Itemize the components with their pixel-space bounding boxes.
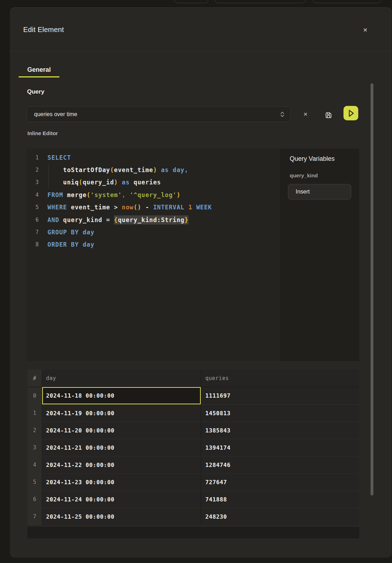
page-background: Edit Element ✕ General Query queries ove… [0,0,392,563]
scrollbar-thumb[interactable] [371,83,373,495]
play-icon [344,106,358,120]
header-divider [10,51,392,51]
tab-general[interactable]: General [19,63,59,77]
modal-title: Edit Element [23,26,64,34]
save-query-button[interactable] [323,110,334,120]
line-number: 7 [27,229,39,235]
cell-queries[interactable]: 1284746 [201,456,359,473]
code-text: uniq(query_id) as queries [47,179,161,186]
code-text: GROUP BY day [47,229,95,236]
cell-day[interactable]: 2024-11-21 00:00:00 [42,439,201,456]
table-body: 02024-11-18 00:00:00111169712024-11-19 0… [27,387,359,525]
code-text: WHERE event_time > now() - INTERVAL 1 WE… [47,204,212,211]
run-query-button[interactable] [343,106,358,120]
table-row: 22024-11-20 00:00:001385843 [27,422,359,439]
cell-day[interactable]: 2024-11-22 00:00:00 [42,456,201,473]
code-text: SELECT [47,154,71,161]
cell-queries[interactable]: 248230 [201,508,359,525]
table-row: 12024-11-19 00:00:001450813 [27,404,359,422]
cell-day[interactable]: 2024-11-24 00:00:00 [42,491,201,508]
table-row: 32024-11-21 00:00:001394174 [27,439,359,456]
code-text: ORDER BY day [47,241,95,248]
row-index: 1 [27,405,42,422]
row-index: 6 [27,491,42,508]
cell-day[interactable]: 2024-11-25 00:00:00 [42,508,201,525]
close-button[interactable]: ✕ [361,26,370,35]
code-line: 3 uniq(query_id) as queries [27,176,280,189]
chevron-updown-icon [280,111,285,118]
row-index: 0 [27,387,42,404]
insert-variable-button[interactable]: Insert [288,184,351,200]
table-footer [27,527,359,538]
column-header-queries: queries [201,369,359,387]
query-variables-title: Query Variables [290,155,335,163]
cell-queries[interactable]: 1111697 [201,387,359,404]
line-number: 3 [27,179,39,185]
variable-name-label: query_kind [290,172,318,178]
sql-editor[interactable]: 1SELECT2 toStartOfDay(event_time) as day… [27,148,359,361]
query-section-heading: Query [27,88,44,95]
query-select-value: queries over time [34,111,77,118]
row-index: 5 [27,474,42,491]
cell-day[interactable]: 2024-11-20 00:00:00 [42,422,201,439]
table-header-row: # day queries [27,369,359,387]
line-number: 1 [27,154,39,161]
query-select[interactable]: queries over time [27,106,291,122]
clear-query-button[interactable]: ✕ [300,109,311,120]
row-index: 7 [27,508,42,525]
code-line: 8ORDER BY day [27,239,280,251]
code-line: 5WHERE event_time > now() - INTERVAL 1 W… [27,201,280,214]
code-text: FROM merge('system', '^query_log') [47,191,181,198]
line-number: 4 [27,192,39,198]
code-line: 2 toStartOfDay(event_time) as day, [27,164,280,176]
cell-queries[interactable]: 727647 [201,474,359,491]
code-line: 1SELECT [27,151,280,164]
code-line: 7GROUP BY day [27,226,280,238]
line-number: 5 [27,204,39,210]
code-text: AND query_kind = {query_kind:String} [47,216,188,223]
row-index: 4 [27,456,42,473]
background-button [313,0,381,3]
edit-element-modal: Edit Element ✕ General Query queries ove… [10,7,392,558]
cell-queries[interactable]: 1450813 [201,405,359,422]
inline-editor-label: Inline Editor [27,130,58,136]
line-number: 6 [27,217,39,223]
table-row: 42024-11-22 00:00:001284746 [27,456,359,473]
cell-day[interactable]: 2024-11-18 00:00:00 [42,387,201,404]
background-toolbar [0,0,392,6]
cell-day[interactable]: 2024-11-23 00:00:00 [42,474,201,491]
column-header-day: day [42,369,201,387]
clear-icon: ✕ [303,111,308,118]
code-line: 6AND query_kind = {query_kind:String} [27,214,280,226]
code-line: 4FROM merge('system', '^query_log') [27,189,280,201]
column-header-index: # [27,369,42,387]
code-lines: 1SELECT2 toStartOfDay(event_time) as day… [27,151,280,251]
background-button [215,0,306,3]
cell-day[interactable]: 2024-11-19 00:00:00 [42,405,201,422]
background-button [174,0,208,3]
row-index: 3 [27,439,42,456]
table-row: 62024-11-24 00:00:00741888 [27,491,359,508]
table-row: 52024-11-23 00:00:00727647 [27,473,359,491]
line-number: 8 [27,241,39,248]
cell-queries[interactable]: 1385843 [201,422,359,439]
results-table: # day queries 02024-11-18 00:00:00111169… [27,369,359,525]
line-number: 2 [27,167,39,173]
query-variables-panel: Query Variables query_kind Insert [280,148,359,361]
cell-queries[interactable]: 741888 [201,491,359,508]
cell-queries[interactable]: 1394174 [201,439,359,456]
table-row: 02024-11-18 00:00:001111697 [27,387,359,404]
table-row: 72024-11-25 00:00:00248230 [27,508,359,525]
row-index: 2 [27,422,42,439]
save-icon [324,111,333,119]
code-text: toStartOfDay(event_time) as day, [47,166,188,173]
